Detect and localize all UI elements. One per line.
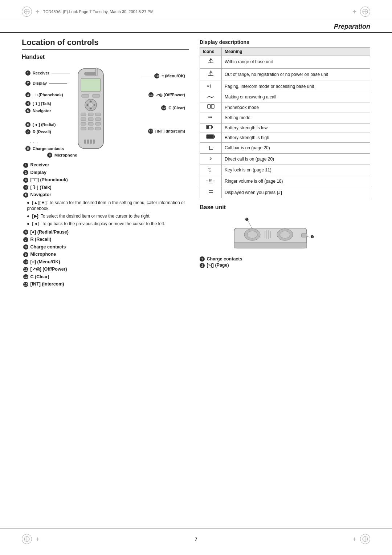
callout-11: 11 ↗◎ (Off/Power) [148, 92, 185, 97]
svg-point-67 [247, 231, 257, 238]
svg-rect-46 [212, 126, 213, 128]
icons-table: Icons Meaning Within range of base unit [200, 47, 370, 198]
svg-text:♪: ♪ [209, 155, 212, 161]
svg-text:··: ·· [206, 179, 208, 183]
handset-title: Handset [22, 54, 189, 60]
main-content: Location of controls Handset [0, 33, 392, 289]
top-bar-left: + TCD430AL(E).book Page 7 Tuesday, March… [22, 7, 154, 17]
icon-cell [200, 123, 222, 133]
base-unit-diagram: ❶ ❷ [200, 214, 370, 254]
svg-text:·: · [206, 75, 207, 77]
svg-rect-32 [93, 139, 95, 144]
table-row: Making or answering a call [200, 92, 370, 102]
callout-item-3: 3 [□□] (Phonebook) [22, 177, 189, 183]
icon-cell: ♪ [200, 154, 222, 165]
table-row: ·· R ·· Ringer volume is off (page 18) [200, 176, 370, 187]
svg-rect-30 [87, 139, 89, 144]
battery-high-icon [206, 134, 216, 139]
bottom-left: + [22, 534, 40, 544]
meaning-cell: Call bar is on (page 20) [222, 142, 370, 154]
base-callout-1: 1 Charge contacts [200, 256, 370, 262]
bottom-bar: + 7 + [0, 528, 392, 544]
callout-item-7: 7 R (Recall) [22, 236, 189, 243]
icon-cell: ·· ·· [200, 142, 222, 154]
meaning-cell: Phonebook mode [222, 102, 370, 113]
page-wrapper: + TCD430AL(E).book Page 7 Tuesday, March… [0, 0, 392, 555]
svg-text:·: · [207, 73, 208, 75]
icon-cell: v/ Λ [200, 165, 222, 176]
svg-rect-21 [88, 118, 93, 121]
hash-display-icon [208, 188, 214, 195]
svg-line-76 [248, 221, 252, 229]
meaning-cell: Setting mode [222, 113, 370, 123]
display-desc-title: Display descriptions [200, 39, 370, 45]
page-title: Location of controls [22, 33, 189, 50]
antenna-icon [208, 57, 214, 65]
callout-1: 1 Receiver [25, 70, 70, 76]
callout-item-11: 11 [↗◎] (Off/Power) [22, 266, 189, 273]
left-col: Location of controls Handset [22, 33, 189, 289]
table-header-row: Icons Meaning [200, 48, 370, 56]
base-unit-section: Base unit [200, 204, 370, 268]
svg-rect-27 [88, 127, 93, 130]
callbar-icon: ·· ·· [206, 144, 216, 150]
svg-rect-49 [214, 135, 215, 138]
callout-13: 13 [INT] (Intercom) [148, 129, 185, 134]
table-row: Battery strength is low [200, 123, 370, 133]
callout-list: 1 Receiver 2 Display 3 [□□] (Phonebook) … [22, 162, 189, 198]
callout-item-2: 2 Display [22, 170, 189, 176]
svg-marker-65 [234, 243, 307, 248]
svg-rect-31 [90, 139, 92, 144]
callout-4: 4 [ ⤵ ] (Talk) [25, 101, 51, 106]
icon-cell [200, 133, 222, 143]
setting-icon: ⇒ [207, 114, 215, 120]
callout-8: 8 Charge contacts [25, 146, 64, 151]
svg-rect-28 [95, 127, 101, 130]
svg-text:R: R [209, 178, 212, 183]
table-row: ·· ·· Call bar is on (page 20) [200, 142, 370, 154]
table-row: ♪ Direct call is on (page 20) [200, 154, 370, 165]
callout-item-9: 9 Microphone [22, 251, 189, 258]
table-row: · · · Out of range, no registration or n… [200, 68, 370, 81]
meaning-cell: Direct call is on (page 20) [222, 154, 370, 165]
callout-2: 2 Display [25, 81, 67, 86]
direct-call-icon: ♪ [208, 155, 214, 161]
base-unit-title: Base unit [200, 204, 370, 211]
call-icon [207, 93, 215, 99]
icon-cell: ·· R ·· [200, 176, 222, 187]
svg-rect-29 [84, 139, 86, 144]
top-bar-right: + [352, 7, 370, 17]
corner-mark-tr [360, 7, 370, 17]
svg-rect-17 [81, 113, 86, 116]
table-row: Displayed when you press [#] [200, 187, 370, 198]
icon-cell: ⇒ [200, 113, 222, 123]
svg-rect-19 [95, 113, 101, 116]
callout-list-2: 6 [●] (Redial/Pause) 7 R (Recall) 8 Char… [22, 229, 189, 288]
callout-10: 10 ≡ (Menu/OK) [142, 73, 185, 78]
right-col: Display descriptions Icons Meaning Withi… [200, 33, 370, 289]
table-row: Within range of base unit [200, 56, 370, 69]
svg-rect-24 [88, 122, 93, 125]
bottom-right: + [352, 534, 370, 544]
table-body: Within range of base unit · · · [200, 56, 370, 198]
nav-bullet-2: [▶]: To select the desired item or move … [27, 213, 189, 219]
antenna-no-signal-icon: · · · [206, 70, 216, 78]
meaning-cell: Within range of base unit [222, 56, 370, 69]
svg-text:··: ·· [207, 146, 209, 150]
nav-bullet-3: [◄]: To go back to the previous display … [27, 221, 189, 227]
corner-cross-tl: + [36, 8, 40, 16]
callout-7: 7 R (Recall) [25, 129, 51, 134]
meaning-cell: Displayed when you press [#] [222, 187, 370, 198]
svg-rect-20 [81, 118, 86, 121]
table-row: v/ Λ Key lock is on (page 11) [200, 165, 370, 176]
meaning-cell: Paging, intercom mode or accessing base … [222, 81, 370, 92]
callout-6: 6 [ ● ] (Redial) [25, 122, 56, 127]
corner-mark-tl [22, 7, 32, 17]
svg-rect-8 [81, 78, 101, 92]
meaning-cell: Battery strength is low [222, 123, 370, 133]
base-unit-svg: ❶ ❷ [223, 214, 347, 254]
callout-item-10: 10 [≡] (Menu/OK) [22, 259, 189, 266]
base-callout-list: 1 Charge contacts 2 [»)] (Page) [200, 256, 370, 268]
table-row: Phonebook mode [200, 102, 370, 113]
callout-item-8: 8 Charge contacts [22, 244, 189, 251]
